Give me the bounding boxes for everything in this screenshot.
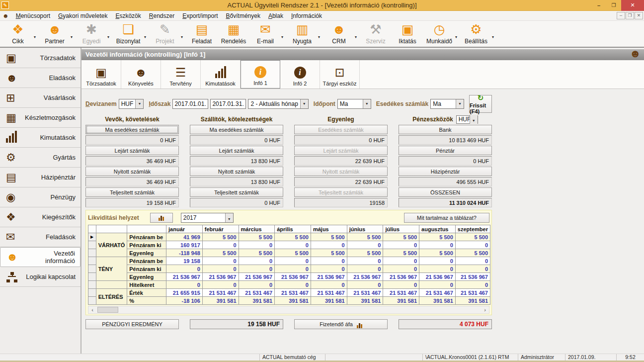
chevron-down-icon[interactable]: ▾ bbox=[71, 35, 76, 39]
summary-button-maesedkesszmlk[interactable]: Ma esedékes számlák bbox=[85, 125, 179, 134]
row-selector[interactable] bbox=[88, 241, 96, 249]
sidebar-item-kimutatsok[interactable]: Kimutatások bbox=[0, 128, 80, 148]
chevron-down-icon[interactable]: ▾ bbox=[455, 35, 460, 39]
mdi-minimize-button[interactable] bbox=[617, 12, 625, 19]
horizontal-scrollbar[interactable]: ‹ › bbox=[88, 306, 489, 314]
chevron-down-icon[interactable] bbox=[225, 213, 233, 222]
row-selector[interactable] bbox=[88, 257, 96, 265]
esedekes-select[interactable]: Ma bbox=[430, 99, 464, 109]
sidebar-item-logikaikapcsolat[interactable]: Logikai kapcsolat bbox=[0, 267, 80, 287]
sidebar-item-feladsok[interactable]: ✉Feladások bbox=[0, 227, 80, 247]
sidebar-item-vezetiinformci[interactable]: ☻Vezetői információ bbox=[0, 247, 80, 267]
toolbar-item-feladat[interactable]: ▤Feladat bbox=[186, 22, 218, 45]
year-select[interactable]: 2017 bbox=[181, 213, 234, 223]
restore-button[interactable] bbox=[606, 0, 621, 11]
sidebar-item-trzsadatok[interactable]: ▣Törzsadatok bbox=[0, 48, 80, 68]
toolbar-item-bizonylat[interactable]: ❏Bizonylat▾ bbox=[112, 22, 149, 45]
toolbar-item-nyugta[interactable]: ▥Nyugta▾ bbox=[286, 22, 323, 45]
row-selector[interactable] bbox=[88, 265, 96, 273]
chevron-down-icon[interactable] bbox=[135, 99, 143, 108]
chevron-down-icon[interactable]: ▾ bbox=[144, 35, 149, 39]
toolbar-item-munkaid[interactable]: ◷Munkaidő▾ bbox=[423, 22, 460, 45]
scroll-right-icon[interactable]: › bbox=[481, 307, 489, 313]
sidebar-item-gyrts[interactable]: ⚙Gyártás bbox=[0, 148, 80, 168]
summary-button-maesedkesszmlk[interactable]: Ma esedékes számlák bbox=[190, 125, 283, 134]
summary-button-bank[interactable]: Bank bbox=[399, 125, 492, 134]
chevron-down-icon[interactable]: ▾ bbox=[281, 35, 286, 39]
summary-button-hzipnztr[interactable]: Házipénztár bbox=[399, 167, 492, 176]
summary-button-teljestettszmlk[interactable]: Teljesített számlák bbox=[190, 187, 283, 197]
chevron-down-icon[interactable]: ▾ bbox=[355, 35, 360, 39]
menu-item-exportimport[interactable]: Export/import bbox=[178, 11, 222, 21]
toolbar-item-projekt[interactable]: ✎Projekt▾ bbox=[149, 22, 186, 45]
chevron-down-icon[interactable] bbox=[470, 115, 478, 124]
chevron-down-icon[interactable]: ▾ bbox=[181, 35, 186, 39]
tab-knyvels[interactable]: ☻Könyvelés bbox=[121, 60, 161, 89]
chevron-down-icon[interactable]: ▾ bbox=[492, 35, 497, 39]
mdi-restore-button[interactable] bbox=[626, 12, 634, 19]
sidebar-item-eladsok[interactable]: ☻Eladások bbox=[0, 68, 80, 88]
menu-item-bvtmnyek[interactable]: Bővítmények bbox=[222, 11, 264, 21]
summary-button-nyitottszmlk[interactable]: Nyitott számlák bbox=[85, 167, 179, 176]
tab-inf1[interactable]: iInfó 1 bbox=[241, 60, 280, 89]
tab-kimutatsok[interactable]: Kimutatások bbox=[201, 60, 241, 89]
menu-item-ablak[interactable]: Ablak bbox=[264, 11, 287, 21]
toolbar-item-crm[interactable]: ☻CRM▾ bbox=[323, 22, 360, 45]
period-select[interactable]: 2 - Aktuális hónap bbox=[248, 99, 308, 109]
row-selector[interactable] bbox=[88, 281, 96, 289]
chevron-down-icon[interactable] bbox=[300, 99, 308, 108]
toolbar-item-email[interactable]: ✉E-mail▾ bbox=[249, 22, 286, 45]
chevron-down-icon[interactable]: ▾ bbox=[34, 35, 39, 39]
sidebar-item-kiegsztk[interactable]: ❖Kiegészítők bbox=[0, 207, 80, 227]
menu-item-informcik[interactable]: Információk bbox=[287, 11, 326, 21]
close-button[interactable] bbox=[621, 0, 644, 11]
mdi-close-button[interactable] bbox=[635, 12, 643, 19]
chevron-down-icon[interactable]: ▾ bbox=[318, 35, 323, 39]
minimize-button[interactable] bbox=[591, 0, 606, 11]
sidebar-item-kszletmozgsok[interactable]: ▦Készletmozgások bbox=[0, 108, 80, 128]
chevron-down-icon[interactable] bbox=[363, 99, 371, 108]
row-selector[interactable]: ▶ bbox=[88, 233, 96, 241]
summary-button-pnztr[interactable]: Pénztár bbox=[399, 146, 492, 155]
toolbar-item-egyedi[interactable]: ✱Egyedi▾ bbox=[76, 22, 112, 45]
row-selector[interactable] bbox=[88, 273, 96, 281]
menu-item-eszkzk[interactable]: Eszközök bbox=[111, 11, 145, 21]
menu-item-rendszer[interactable]: Rendszer bbox=[145, 11, 178, 21]
toolbar-item-bellts[interactable]: ⚙Beállítás▾ bbox=[460, 22, 497, 45]
date-from-input[interactable] bbox=[172, 99, 208, 109]
summary-button-teljestettszmlk[interactable]: Teljesített számlák bbox=[85, 187, 179, 197]
tab-inf2[interactable]: iInfó 2 bbox=[280, 60, 320, 89]
row-selector[interactable] bbox=[88, 289, 96, 297]
tab-trgyieszkz[interactable]: ⊡Tárgyi eszköz bbox=[320, 60, 360, 89]
sidebar-item-vsrlsok[interactable]: ⊞Vásárlások bbox=[0, 88, 80, 108]
toolbar-item-szerviz[interactable]: ⚒Szerviz bbox=[360, 22, 392, 45]
summary-button-nyitottszmlk[interactable]: Nyitott számlák bbox=[190, 167, 283, 176]
scrollbar-thumb[interactable] bbox=[97, 307, 118, 313]
row-selector[interactable] bbox=[88, 297, 96, 305]
summary-currency-select[interactable]: HUF bbox=[456, 115, 478, 124]
chevron-down-icon[interactable] bbox=[456, 99, 464, 108]
sidebar-item-hzipnztr[interactable]: ▤Házipénztár bbox=[0, 168, 80, 187]
toolbar-item-iktats[interactable]: ▣Iktatás bbox=[392, 22, 423, 45]
sidebar-item-pnzgy[interactable]: ◉Pénzügy bbox=[0, 187, 80, 207]
refresh-button[interactable]: Frissít (F4) bbox=[469, 95, 492, 113]
idopont-select[interactable]: Ma bbox=[337, 99, 371, 109]
tab-tervtny[interactable]: ☰Terv/tény bbox=[161, 60, 201, 89]
menu-item-gyakorimveletek[interactable]: Gyakori műveletek bbox=[54, 11, 111, 21]
fizetendo-afa-button[interactable]: Fizetendő áfa bbox=[294, 319, 388, 329]
summary-button-lejrtszmlk[interactable]: Lejárt számlák bbox=[85, 146, 179, 155]
scroll-left-icon[interactable]: ‹ bbox=[88, 307, 96, 313]
toolbar-item-cikk[interactable]: ❖Cikk▾ bbox=[2, 22, 39, 45]
row-selector[interactable] bbox=[88, 249, 96, 257]
summary-button-sszesen[interactable]: ÖSSZESEN bbox=[399, 187, 492, 197]
chevron-down-icon[interactable]: ▾ bbox=[107, 35, 112, 39]
penzugyi-eredmeny-button[interactable]: PÉNZÜGYI EREDMÉNY bbox=[85, 319, 179, 329]
currency-select[interactable]: HUF bbox=[119, 99, 144, 109]
toolbar-item-partner[interactable]: ☻Partner▾ bbox=[39, 22, 76, 45]
menu-item-mencsoport[interactable]: Menücsoport bbox=[12, 11, 54, 21]
summary-button-lejrtszmlk[interactable]: Lejárt számlák bbox=[190, 146, 283, 155]
tab-trzsadatok[interactable]: ▣Törzsadatok bbox=[81, 60, 121, 89]
toolbar-item-rendels[interactable]: ▦Rendelés bbox=[218, 22, 249, 45]
table-info-button[interactable]: Mit tartalmaz a táblázat? bbox=[404, 213, 489, 223]
liquidity-chart-button[interactable] bbox=[150, 213, 173, 223]
